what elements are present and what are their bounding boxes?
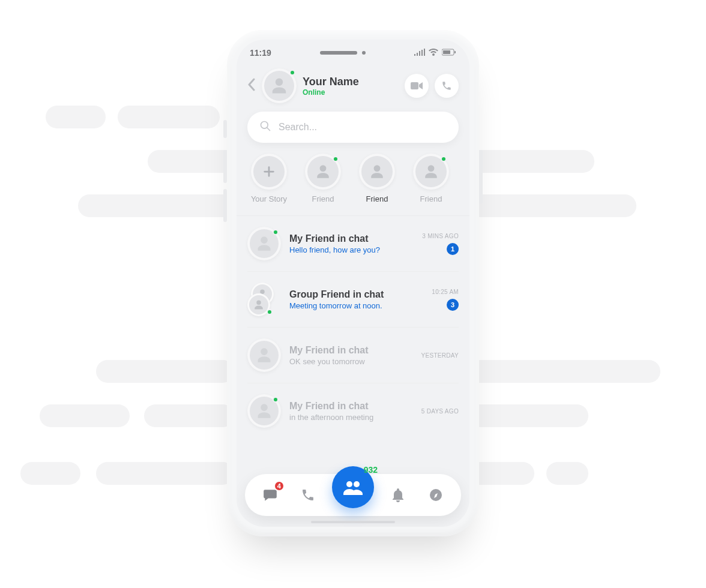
story-friend[interactable]: Friend <box>409 154 453 203</box>
chat-avatar <box>247 338 281 372</box>
online-dot-icon <box>267 309 273 315</box>
story-add[interactable]: Your Story <box>247 154 291 203</box>
nav-chats-badge: 4 <box>274 481 285 491</box>
chat-time: 3 MINS AGO <box>422 233 459 239</box>
story-label: Friend <box>312 194 334 203</box>
svg-rect-8 <box>411 82 418 89</box>
chat-list: My Friend in chat Hello friend, how are … <box>237 216 469 439</box>
story-label: Your Story <box>251 194 287 203</box>
story-friend[interactable]: Friend <box>355 154 399 203</box>
chat-header: Your Name Online <box>237 66 469 112</box>
search-icon <box>259 120 271 134</box>
chat-preview: OK see you tomorrow <box>289 357 412 366</box>
chat-preview: in the afternoon meeting <box>289 413 413 422</box>
video-call-button[interactable] <box>405 74 429 98</box>
bottom-nav: 4 932 <box>245 474 461 516</box>
chat-time: 5 DAYS AGO <box>421 408 459 415</box>
compass-icon <box>429 488 443 502</box>
story-label: Friend <box>420 194 442 203</box>
chat-item[interactable]: Group Friend in chat Meeting tomorrow at… <box>247 272 459 328</box>
online-dot-icon <box>273 397 279 403</box>
nav-explore[interactable] <box>421 481 450 509</box>
story-label: Friend <box>366 194 388 203</box>
stories-row: Your Story Friend Friend <box>237 154 469 216</box>
svg-line-10 <box>267 128 270 131</box>
my-avatar[interactable] <box>262 68 297 103</box>
nav-contacts[interactable]: 932 <box>332 466 374 508</box>
user-icon <box>423 164 439 179</box>
wifi-icon <box>429 48 438 58</box>
chat-title: Group Friend in chat <box>289 289 423 300</box>
svg-point-12 <box>354 481 360 487</box>
plus-icon <box>262 165 276 178</box>
svg-rect-1 <box>417 53 418 56</box>
search-bar[interactable] <box>247 112 459 143</box>
search-input[interactable] <box>279 122 447 133</box>
chat-item[interactable]: My Friend in chat Hello friend, how are … <box>247 216 459 272</box>
svg-rect-7 <box>454 51 456 53</box>
online-dot-icon <box>441 156 447 162</box>
phone-mockup: 11:19 <box>227 30 479 536</box>
my-status: Online <box>303 88 399 97</box>
my-name: Your Name <box>303 76 399 88</box>
user-icon <box>369 164 385 179</box>
user-icon <box>315 164 331 179</box>
chat-avatar <box>247 394 281 428</box>
online-dot-icon <box>273 229 279 235</box>
status-bar: 11:19 <box>237 40 469 66</box>
chat-item[interactable]: My Friend in chat OK see you tomorrow YE… <box>247 328 459 383</box>
bell-icon <box>391 488 405 502</box>
svg-rect-2 <box>419 51 420 56</box>
svg-rect-3 <box>421 50 423 56</box>
chat-preview: Meeting tomorrow at noon. <box>289 301 423 310</box>
story-friend[interactable]: Friend <box>301 154 345 203</box>
chat-title: My Friend in chat <box>289 401 413 412</box>
unread-badge: 1 <box>447 243 459 255</box>
nav-chats[interactable]: 4 <box>256 481 285 509</box>
phone-icon <box>301 488 315 502</box>
screen: 11:19 <box>237 40 469 527</box>
unread-badge: 3 <box>447 299 459 311</box>
chat-avatar <box>247 227 281 260</box>
back-button[interactable] <box>247 78 256 94</box>
home-indicator <box>311 521 395 523</box>
chat-avatar-group <box>247 283 281 316</box>
contacts-count: 932 <box>364 465 378 475</box>
chat-preview: Hello friend, how are you? <box>289 245 414 254</box>
svg-rect-6 <box>443 50 450 54</box>
chat-time: YESTERDAY <box>421 352 459 359</box>
chat-item[interactable]: My Friend in chat in the afternoon meeti… <box>247 383 459 439</box>
notch-indicator <box>320 51 366 55</box>
nav-notifications[interactable] <box>384 481 412 509</box>
chat-time: 10:25 AM <box>432 289 459 295</box>
online-dot-icon <box>333 156 339 162</box>
clock: 11:19 <box>250 48 271 58</box>
chat-title: My Friend in chat <box>289 233 414 244</box>
voice-call-button[interactable] <box>435 74 459 98</box>
svg-rect-0 <box>414 54 415 56</box>
online-dot-icon <box>289 70 295 76</box>
people-icon <box>342 479 364 495</box>
svg-point-11 <box>346 481 352 487</box>
svg-rect-4 <box>424 49 425 56</box>
chat-title: My Friend in chat <box>289 345 412 356</box>
nav-calls[interactable] <box>294 481 322 509</box>
signal-icon <box>414 48 425 58</box>
battery-icon <box>442 48 456 58</box>
